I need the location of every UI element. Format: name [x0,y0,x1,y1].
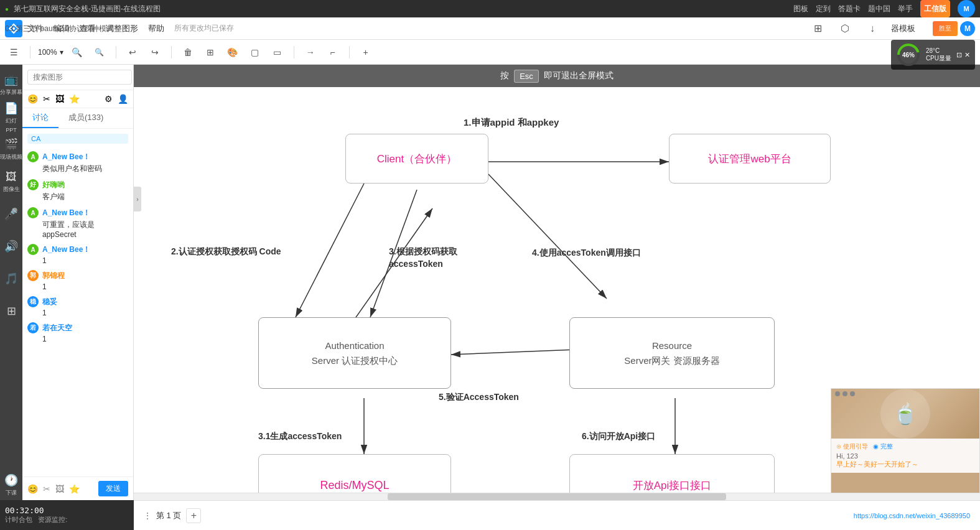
tab-members[interactable]: 成员(133) [58,108,113,128]
chat-text-1: 类似用户名和密码 [27,164,128,174]
toolbar: ☰ 100% ▾ 🔍 🔍 ↩ ↪ 🗑 ⊞ 🎨 ▢ ▭ → ⌐ + [0,40,980,65]
topbar-item-imgboard[interactable]: 图板 [793,4,808,14]
menu-help[interactable]: 帮助 [148,23,164,34]
side-icon-image[interactable]: 🖼 图像生 [2,167,21,197]
chat-person[interactable]: 👤 [118,94,128,104]
scissors-icon[interactable]: ✂ [43,484,50,494]
shape-btn[interactable]: ▭ [269,44,286,61]
share-icon: 📺 [4,73,18,86]
topbar-item-answer[interactable]: 答题卡 [838,4,861,14]
icon-share[interactable]: ⬡ [836,20,854,37]
horizontal-scrollbar[interactable] [134,493,980,500]
chat-icon1[interactable]: 😊 [27,94,38,104]
topbar-item-china[interactable]: 题中国 [868,4,890,14]
toolbar-sep5 [349,46,350,58]
menu-right-icons[interactable]: ⊞ ⬡ ↓ 器模板 [809,20,915,37]
toolbar-sep1 [30,46,30,58]
chat-text-3: 可重置，应该是appSecret [27,220,128,239]
side-icon-music[interactable]: 🎵 [2,264,21,294]
side-mini-icons: 📺 分享屏幕 📄 幻灯 PPT 🎬 现场视频 🖼 图像生 🎤 🔊 🎵 ⊞ 🕐 下… [0,65,22,500]
topbar-item-raise[interactable]: 举手 [898,4,913,14]
chat-text-4: 1 [27,256,128,265]
side-icon-video[interactable]: 🎬 现场视频 [2,134,21,164]
complete-label: ◉ 完整 [873,442,893,451]
menu-saved: 所有更改均已保存 [174,23,234,34]
usage-guide: ⊙ 使用引导 [836,442,868,451]
box-auth-web[interactable]: 认证管理web平台 [669,134,831,184]
toolbar-layout[interactable]: ☰ [5,44,22,61]
arrow-btn[interactable]: → [302,44,319,61]
chat-input-area: 😊 ✂ 🖼 ⭐ 发送 [22,477,133,500]
top-bar-right[interactable]: 图板 定到 答题卡 题中国 举手 工信版 M [793,0,975,17]
promo-button[interactable]: 胜至 [933,21,958,36]
delete-btn[interactable]: 🗑 [179,44,197,61]
add-btn[interactable]: + [357,44,375,61]
emoji-icon[interactable]: 😊 [27,484,38,494]
toolbar-sep2 [116,46,116,58]
chat-icon3[interactable]: 🖼 [55,94,64,104]
brand-logo: 工信版 [920,0,950,17]
box-client[interactable]: Client（合伙伴） [345,134,488,184]
chat-msg-1: A A_New Bee！ 类似用户名和密码 [27,151,128,174]
chat-tools[interactable]: 😊 ✂ 🖼 ⭐ [27,484,80,494]
menu-file[interactable]: 文件 [27,23,44,34]
connector-btn[interactable]: ⌐ [324,44,342,61]
chat-tabs[interactable]: 讨论 成员(133) [22,108,133,129]
hi-text: Hi, 123 [836,452,974,460]
zoom-out-btn[interactable]: 🔍 [91,44,108,61]
topbar-item-goto[interactable]: 定到 [816,4,831,14]
side-icon-mic[interactable]: 🎤 [2,199,21,229]
scrollbar-thumb[interactable] [388,493,726,500]
border-btn[interactable]: ▢ [246,44,264,61]
format-btn[interactable]: ⊞ [202,44,219,61]
template-label[interactable]: 器模板 [891,23,915,34]
image-upload-icon[interactable]: 🖼 [55,484,64,494]
ppt-icon: 📄 [4,101,18,115]
esc-suffix: 即可退出全屏模式 [544,70,614,81]
user-avatar[interactable]: M [960,21,975,36]
chat-icon4[interactable]: ⭐ [69,94,80,104]
chat-icon2[interactable]: ✂ [43,94,50,104]
page-controls[interactable]: ⋮ 第 1 页 + [144,508,201,523]
label-6: 3.1生成accessToken [258,431,342,442]
icon-download[interactable]: ↓ [864,20,881,37]
label-5: 5.验证AccessToken [439,392,519,403]
search-input[interactable] [27,70,132,85]
menu-adjust[interactable]: 调整图形 [106,23,138,34]
side-icon-clock[interactable]: 🕐 下课 [2,470,21,500]
undo-btn[interactable]: ↩ [124,44,141,61]
menu-right[interactable]: ⊞ ⬡ ↓ 器模板 胜至 M [809,20,975,37]
side-icon-ppt[interactable]: 📄 幻灯 PPT [2,102,21,132]
chat-msg-3: A A_New Bee！ 可重置，应该是appSecret [27,207,128,239]
window-controls[interactable]: ⊡ ✕ [956,51,970,59]
icon-grid[interactable]: ⊞ [809,20,826,37]
box-resource-server[interactable]: ResourceServer网关 资源服务器 [569,317,775,389]
three-dots[interactable]: ⋮ [144,511,151,520]
add-page-button[interactable]: + [186,508,201,523]
avatar-6: 稳 [27,296,39,307]
redo-btn[interactable]: ↪ [146,44,164,61]
color-btn[interactable]: 🎨 [224,44,241,61]
zoom-control[interactable]: 100% ▾ [38,48,63,57]
box-auth-server[interactable]: AuthenticationServer 认证授权中心 [258,317,451,389]
menu-edit[interactable]: 编辑 [54,23,70,34]
music-icon: 🎵 [4,272,18,286]
top-bar-left: ● 第七期互联网安全全栈-迅捷画图-在线流程图 [5,4,161,14]
collapse-tab[interactable]: › [134,187,141,212]
chat-msg-2: 好 好嗨哟 客户端 [27,179,128,202]
side-icon-audio[interactable]: 🔊 [2,231,21,261]
side-icon-grid[interactable]: ⊞ [2,296,21,326]
menu-view[interactable]: 查看 [80,23,96,34]
side-icon-share[interactable]: 📺 分享屏幕 [2,70,21,100]
search-box: 🔍 [22,65,133,90]
chat-settings[interactable]: ⚙ [105,94,113,104]
zoom-in-btn[interactable]: 🔍 [68,44,86,61]
send-button[interactable]: 发送 [98,481,128,496]
star-icon[interactable]: ⭐ [69,484,80,494]
tab-discussion[interactable]: 讨论 [22,108,58,128]
chat-user-2: 好 好嗨哟 [27,179,128,190]
menu-items[interactable]: 文件 编辑 查看 调整图形 帮助 所有更改均已保存 [27,23,234,34]
zoom-down-icon[interactable]: ▾ [60,48,63,57]
cpu-circle-chart: 46% [896,42,921,67]
video-thumbnail[interactable]: 🍵 ⊙ 使用引导 ◉ 完整 Hi, 123 早上好～美好一天开始了～ [831,388,980,500]
